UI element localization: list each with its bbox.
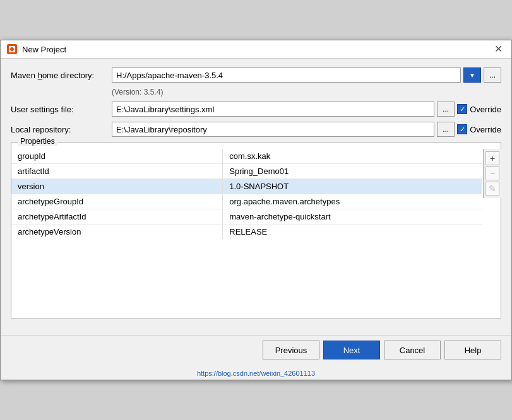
prop-value: Spring_Demo01 xyxy=(223,164,482,178)
maven-home-browse-button[interactable]: ... xyxy=(484,67,501,83)
local-repo-override-checkbox[interactable]: ✓ xyxy=(457,124,467,134)
user-settings-row: User settings file: ... ✓ Override xyxy=(11,102,501,117)
local-repo-browse-button[interactable]: ... xyxy=(437,122,455,137)
maven-home-dropdown-button[interactable]: ▼ xyxy=(463,67,481,83)
user-settings-input[interactable] xyxy=(112,102,434,117)
prop-key: groupId xyxy=(11,149,223,163)
prop-value: com.sx.kak xyxy=(223,149,482,163)
table-row[interactable]: artifactId Spring_Demo01 xyxy=(11,164,482,179)
table-row[interactable]: version 1.0-SNAPSHOT xyxy=(11,179,482,194)
properties-add-button[interactable]: + xyxy=(485,151,499,165)
prop-key: version xyxy=(11,179,223,194)
new-project-dialog: New Project ✕ Maven home directory: ▼ ..… xyxy=(0,40,512,380)
local-repo-input[interactable] xyxy=(112,122,434,137)
user-settings-browse-button[interactable]: ... xyxy=(437,102,455,117)
bottom-link: https://blog.csdn.net/weixin_42601113 xyxy=(1,368,511,380)
help-button[interactable]: Help xyxy=(444,341,501,359)
table-row[interactable]: archetypeGroupId org.apache.maven.archet… xyxy=(11,194,482,209)
properties-edit-button[interactable]: ✎ xyxy=(485,182,499,195)
user-settings-override-checkbox[interactable]: ✓ xyxy=(457,104,467,114)
prop-key: archetypeGroupId xyxy=(11,194,223,209)
prop-value: RELEASE xyxy=(223,225,482,239)
next-button[interactable]: Next xyxy=(323,341,380,359)
properties-inner: groupId com.sx.kak artifactId Spring_Dem… xyxy=(11,149,482,239)
prop-key: archetypeArtifactId xyxy=(11,209,223,224)
properties-section: Properties groupId com.sx.kak artifactId… xyxy=(11,142,501,318)
properties-table: groupId com.sx.kak artifactId Spring_Dem… xyxy=(11,149,482,239)
previous-button[interactable]: Previous xyxy=(263,341,319,359)
title-bar: New Project ✕ xyxy=(1,40,511,59)
prop-value: org.apache.maven.archetypes xyxy=(223,194,482,209)
user-settings-label: User settings file: xyxy=(11,105,112,114)
table-row[interactable]: groupId com.sx.kak xyxy=(11,149,482,164)
properties-remove-button[interactable]: − xyxy=(485,166,499,180)
dialog-title: New Project xyxy=(22,45,66,54)
local-repo-row: Local repository: ... ✓ Override xyxy=(11,122,501,137)
dialog-footer: Previous Next Cancel Help xyxy=(1,335,511,368)
prop-value: 1.0-SNAPSHOT xyxy=(223,179,482,194)
maven-version-text: (Version: 3.5.4) xyxy=(112,88,501,96)
cancel-button[interactable]: Cancel xyxy=(384,341,441,359)
dialog-content: Maven home directory: ▼ ... (Version: 3.… xyxy=(1,59,511,335)
table-row[interactable]: archetypeVersion RELEASE xyxy=(11,225,482,239)
properties-title: Properties xyxy=(18,137,57,146)
prop-key: artifactId xyxy=(11,164,223,178)
user-settings-override-label: Override xyxy=(470,105,501,114)
dialog-icon xyxy=(7,44,17,54)
properties-side-buttons: + − ✎ xyxy=(483,149,501,198)
maven-home-label: Maven home directory: xyxy=(11,71,112,80)
local-repo-override-label: Override xyxy=(470,125,501,134)
table-row[interactable]: archetypeArtifactId maven-archetype-quic… xyxy=(11,209,482,225)
close-button[interactable]: ✕ xyxy=(492,44,505,54)
prop-key: archetypeVersion xyxy=(11,225,223,239)
maven-home-input[interactable] xyxy=(112,67,461,83)
maven-home-row: Maven home directory: ▼ ... xyxy=(11,67,501,83)
prop-value: maven-archetype-quickstart xyxy=(223,209,482,224)
local-repo-label: Local repository: xyxy=(11,125,112,134)
